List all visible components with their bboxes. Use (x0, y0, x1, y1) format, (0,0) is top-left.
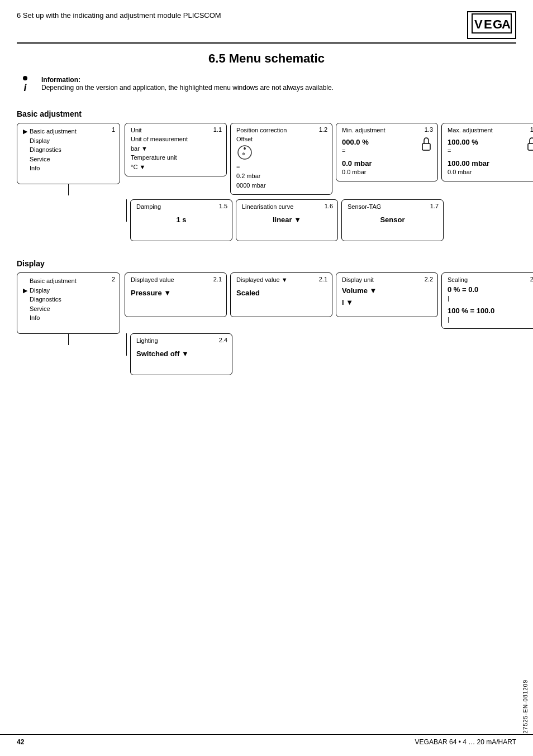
basic-sub-row2: 1.5 Damping 1 s 1.6 Linearisation curve … (125, 199, 533, 241)
display-line-2-3b: | (448, 294, 533, 303)
footer-product: VEGABAR 64 • 4 … 20 mA/HART (415, 738, 516, 746)
display-menu-item-4: Service (30, 304, 114, 314)
svg-text:A: A (502, 17, 511, 31)
display-menu-item-5: Info (30, 313, 114, 323)
display-sub-row2: 2.4 Lighting Switched off ▼ (125, 333, 533, 375)
display-box-2-1a: 2.1 Displayed value Pressure ▼ (125, 272, 227, 317)
page-container: 6 Set up with the indicating and adjustm… (0, 0, 533, 756)
basic-adjustment-layout: 1 ▶ Basic adjustment Display Diagnostics… (17, 123, 516, 241)
basic-line-1-3-d: 0.0 mbar (342, 168, 372, 177)
display-val-2-1b: Scaled (236, 289, 326, 297)
basic-val-1-4-c: 100.00 mbar (448, 159, 489, 168)
display-val-2-2a: Volume ▼ (342, 286, 432, 295)
display-num-2-1b: 2.1 (319, 276, 327, 283)
basic-title-1-2: Position correction (236, 127, 326, 133)
knob-icon: ⊕ (236, 144, 253, 161)
logo: V E G A (467, 11, 516, 39)
basic-num-1-2: 1.2 (319, 126, 327, 133)
basic-line-1-4-d: 0.0 mbar (448, 168, 489, 177)
display-title-2-3: Scaling (448, 276, 533, 283)
display-line-2-3d: | (448, 315, 533, 324)
basic-main-box: 1 ▶ Basic adjustment Display Diagnostics… (17, 123, 120, 184)
display-box-2-3: 2.3 Scaling 0 % = 0.0 | 100 % = 100.0 | (441, 272, 533, 329)
display-title-2-4: Lighting (136, 337, 226, 344)
display-label: Display (17, 259, 516, 268)
basic-title-1-3: Min. adjustment (342, 127, 432, 133)
basic-title-1-1: Unit (131, 127, 221, 133)
lock-icon-1-3 (421, 137, 432, 151)
display-val-2-2b: l ▼ (342, 298, 432, 307)
lock-icon-1-4 (526, 137, 533, 151)
svg-text:E: E (484, 17, 493, 31)
footer-doc-number: 27525-EN-081209 (522, 680, 529, 734)
vert-line-left-2 (126, 333, 127, 356)
display-section: Display 2 Basic adjustment ▶ Display Dia… (17, 259, 516, 375)
basic-vert-connector (68, 184, 69, 195)
display-val-2-4: Switched off ▼ (136, 350, 226, 358)
section-title: 6.5 Menu schematic (17, 51, 516, 66)
info-text: Depending on the version and application… (41, 84, 334, 92)
svg-text:V: V (474, 17, 483, 31)
basic-num-1-5: 1.5 (219, 203, 227, 209)
display-title-2-1b: Displayed value ▼ (236, 276, 326, 283)
spacer-1 (17, 241, 516, 253)
display-num-2-4: 2.4 (219, 337, 227, 343)
basic-line-1-2-b: = (236, 162, 326, 172)
basic-line-1-3-b: = (342, 146, 372, 156)
basic-val-1-3-c: 0.0 mbar (342, 159, 372, 168)
basic-box-1-6: 1.6 Linearisation curve linear ▼ (236, 199, 338, 241)
vert-line-left (126, 199, 127, 222)
info-icon: i (17, 76, 34, 97)
display-sub-col: 2.1 Displayed value Pressure ▼ 2.1 Displ… (125, 272, 533, 375)
display-row2-connector (125, 333, 127, 356)
basic-line-1-2-c: 0.2 mbar (236, 171, 326, 181)
basic-main-number: 1 (112, 126, 115, 133)
basic-menu-item-1: Basic adjustment (30, 127, 77, 136)
display-sub-row1: 2.1 Displayed value Pressure ▼ 2.1 Displ… (125, 272, 533, 329)
display-main-number: 2 (112, 276, 115, 283)
info-dot (23, 76, 27, 80)
basic-val-1-4-a: 100.00 % (448, 138, 489, 146)
display-title-2-1a: Displayed value (131, 276, 221, 283)
basic-box-1-3: 1.3 Min. adjustment 000.0 % = 0.0 mbar 0… (336, 123, 438, 181)
basic-num-1-6: 1.6 (325, 203, 333, 209)
display-val-2-1a: Pressure ▼ (131, 289, 221, 297)
display-layout: 2 Basic adjustment ▶ Display Diagnostics… (17, 272, 516, 375)
basic-line-1-1-b: bar ▼ (131, 144, 221, 154)
basic-title-1-7: Sensor-TAG (348, 203, 437, 210)
basic-box-1-5: 1.5 Damping 1 s (130, 199, 232, 241)
display-num-2-3: 2.3 (530, 276, 533, 283)
page-footer: 42 VEGABAR 64 • 4 … 20 mA/HART (0, 734, 533, 746)
display-menu-item-3: Diagnostics (30, 295, 114, 304)
info-box: i Information: Depending on the version … (17, 76, 516, 97)
display-menu-item-active: ▶ Display (23, 286, 114, 295)
basic-title-1-6: Linearisation curve (242, 203, 332, 210)
display-menu-item-2: Display (30, 286, 50, 295)
basic-line-1-1-d: °C ▼ (131, 162, 221, 172)
basic-num-1-4: 1.4 (530, 126, 533, 133)
display-box-2-4: 2.4 Lighting Switched off ▼ (130, 333, 232, 375)
display-val-2-3a: 0 % = 0.0 (448, 285, 533, 294)
basic-line-1-1-c: Temperature unit (131, 153, 221, 162)
basic-box-1-7: 1.7 Sensor-TAG Sensor (341, 199, 444, 241)
page-header: 6 Set up with the indicating and adjustm… (17, 11, 516, 44)
basic-menu-item-3: Diagnostics (30, 145, 114, 155)
svg-text:⊕: ⊕ (242, 152, 245, 156)
basic-sub-row1: 1.1 Unit Unit of measurement bar ▼ Tempe… (125, 123, 533, 195)
info-i-symbol: i (23, 82, 26, 94)
basic-num-1-7: 1.7 (430, 203, 439, 209)
basic-main-active: ▶ Basic adjustment (23, 127, 114, 136)
basic-row2-connector (125, 199, 127, 222)
basic-line-1-2-a: Offset (236, 135, 326, 144)
basic-val-1-3-a: 000.0 % (342, 138, 372, 146)
arrow-icon-2: ▶ (23, 286, 27, 295)
info-content: Information: Depending on the version an… (41, 76, 334, 92)
basic-menu-item-4: Service (30, 155, 114, 164)
basic-menu-item-5: Info (30, 164, 114, 173)
display-val-2-3c: 100 % = 100.0 (448, 307, 533, 315)
basic-num-1-3: 1.3 (425, 126, 433, 133)
basic-title-1-4: Max. adjustment (448, 127, 533, 133)
display-menu-item-1: Basic adjustment (30, 276, 114, 286)
basic-box-1-2: 1.2 Position correction Offset ⊕ = 0.2 m… (230, 123, 332, 195)
display-num-2-1a: 2.1 (213, 276, 222, 283)
